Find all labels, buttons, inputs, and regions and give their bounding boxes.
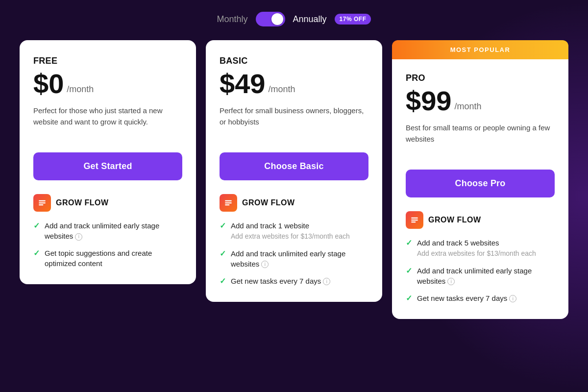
check-icon-basic-2: ✓ bbox=[220, 276, 226, 286]
svg-rect-6 bbox=[411, 218, 418, 219]
feature-item-basic-0: ✓ Add and track 1 website Add extra webs… bbox=[220, 220, 368, 242]
billing-toggle-row: Monthly Annually 17% OFF bbox=[10, 10, 578, 26]
svg-rect-7 bbox=[411, 220, 418, 220]
pricing-card-basic: BASIC $49 /month Perfect for small busin… bbox=[206, 40, 382, 302]
section-title-pro: GROW FLOW bbox=[428, 216, 481, 224]
check-icon-pro-1: ✓ bbox=[406, 266, 412, 275]
plan-period-basic: /month bbox=[268, 84, 295, 95]
plan-period-pro: /month bbox=[454, 101, 481, 112]
check-icon-pro-2: ✓ bbox=[406, 294, 412, 303]
feature-item-pro-2: ✓ Get new tasks every 7 daysi bbox=[406, 293, 555, 303]
plan-description-pro: Best for small teams or people owning a … bbox=[406, 122, 555, 158]
info-icon[interactable]: i bbox=[447, 278, 455, 285]
growflow-icon-basic bbox=[220, 194, 237, 212]
feature-item-pro-0: ✓ Add and track 5 websites Add extra web… bbox=[406, 238, 555, 259]
plan-period-free: /month bbox=[67, 84, 94, 95]
plan-price-free: $0 bbox=[33, 70, 64, 98]
info-icon[interactable]: i bbox=[261, 261, 269, 268]
cta-button-pro[interactable]: Choose Pro bbox=[406, 170, 555, 197]
check-icon-free-0: ✓ bbox=[33, 221, 40, 230]
feature-text-basic-0: Add and track 1 website bbox=[231, 221, 309, 230]
info-icon[interactable]: i bbox=[323, 278, 330, 285]
plan-pricing-pro: $99 /month bbox=[406, 87, 555, 115]
cards-container: FREE $0 /month Perfect for those who jus… bbox=[10, 40, 578, 319]
check-icon-basic-1: ✓ bbox=[220, 249, 226, 258]
feature-sub-pro-0: Add extra websites for $13/month each bbox=[417, 249, 536, 259]
annually-label: Annually bbox=[293, 14, 327, 24]
plan-description-free: Perfect for those who just started a new… bbox=[33, 105, 182, 141]
plan-price-pro: $99 bbox=[406, 87, 451, 115]
feature-sub-basic-0: Add extra websites for $13/month each bbox=[231, 232, 350, 242]
feature-item-free-1: ✓ Get topic suggestions and create optim… bbox=[33, 248, 182, 269]
pricing-card-free: FREE $0 /month Perfect for those who jus… bbox=[20, 40, 196, 284]
cta-button-free[interactable]: Get Started bbox=[33, 152, 182, 180]
feature-text-basic-1: Add and track unlimited early stage webs… bbox=[231, 249, 345, 268]
pricing-card-pro: MOST POPULARPRO $99 /month Best for smal… bbox=[392, 40, 568, 319]
feature-text-pro-2: Get new tasks every 7 daysi bbox=[417, 294, 516, 302]
features-list-basic: ✓ Add and track 1 website Add extra webs… bbox=[220, 220, 368, 286]
check-icon-free-1: ✓ bbox=[33, 248, 40, 258]
most-popular-banner: MOST POPULAR bbox=[392, 40, 568, 59]
section-title-basic: GROW FLOW bbox=[242, 198, 295, 207]
feature-item-pro-1: ✓ Add and track unlimited early stage we… bbox=[406, 266, 555, 286]
feature-text-pro-0: Add and track 5 websites bbox=[417, 239, 499, 247]
plan-description-basic: Perfect for small business owners, blogg… bbox=[220, 105, 368, 141]
feature-text-free-1: Get topic suggestions and create optimiz… bbox=[45, 249, 152, 268]
features-list-pro: ✓ Add and track 5 websites Add extra web… bbox=[406, 238, 555, 303]
toggle-knob bbox=[271, 13, 283, 25]
growflow-icon-pro bbox=[406, 211, 423, 229]
svg-rect-8 bbox=[411, 221, 416, 222]
section-heading-free: GROW FLOW bbox=[33, 194, 182, 212]
page-wrapper: Monthly Annually 17% OFF FREE $0 /month … bbox=[0, 0, 588, 339]
features-list-free: ✓ Add and track unlimited early stage we… bbox=[33, 220, 182, 269]
svg-rect-4 bbox=[225, 202, 232, 203]
check-icon-basic-0: ✓ bbox=[220, 221, 226, 230]
growflow-icon-free bbox=[33, 194, 51, 212]
svg-rect-0 bbox=[39, 200, 46, 201]
svg-rect-5 bbox=[225, 204, 229, 205]
feature-item-basic-1: ✓ Add and track unlimited early stage we… bbox=[220, 248, 368, 269]
cta-button-basic[interactable]: Choose Basic bbox=[220, 152, 368, 180]
info-icon[interactable]: i bbox=[75, 233, 82, 241]
billing-toggle[interactable] bbox=[256, 12, 285, 26]
plan-name-basic: BASIC bbox=[220, 56, 368, 66]
svg-rect-1 bbox=[39, 202, 46, 203]
plan-pricing-free: $0 /month bbox=[33, 70, 182, 98]
check-icon-pro-0: ✓ bbox=[406, 238, 412, 247]
plan-pricing-basic: $49 /month bbox=[220, 70, 368, 98]
monthly-label: Monthly bbox=[217, 14, 248, 24]
info-icon[interactable]: i bbox=[509, 295, 516, 302]
svg-rect-3 bbox=[225, 200, 232, 201]
plan-price-basic: $49 bbox=[220, 70, 265, 98]
feature-text-free-0: Add and track unlimited early stage webs… bbox=[45, 221, 159, 240]
feature-text-pro-1: Add and track unlimited early stage webs… bbox=[417, 267, 532, 285]
plan-name-pro: PRO bbox=[406, 73, 555, 83]
plan-name-free: FREE bbox=[33, 56, 182, 66]
section-heading-pro: GROW FLOW bbox=[406, 211, 555, 229]
discount-badge: 17% OFF bbox=[335, 14, 371, 24]
feature-item-free-0: ✓ Add and track unlimited early stage we… bbox=[33, 220, 182, 241]
svg-rect-2 bbox=[39, 204, 43, 205]
section-heading-basic: GROW FLOW bbox=[220, 194, 368, 212]
section-title-free: GROW FLOW bbox=[56, 198, 109, 207]
feature-text-basic-2: Get new tasks every 7 daysi bbox=[231, 277, 330, 285]
feature-item-basic-2: ✓ Get new tasks every 7 daysi bbox=[220, 276, 368, 286]
